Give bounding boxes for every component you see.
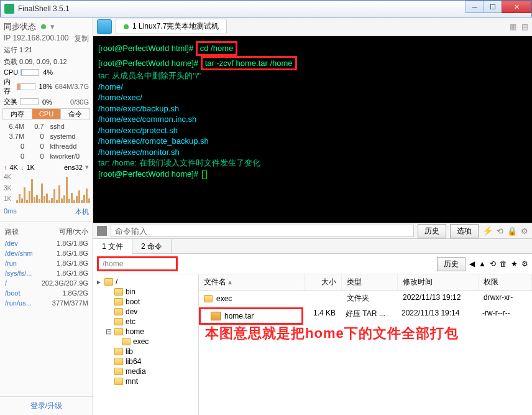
col-mtime[interactable]: 修改时间 <box>398 274 479 290</box>
folder-icon <box>204 295 213 302</box>
mem-bar <box>17 83 35 90</box>
cmd-cd: cd /home <box>200 44 233 53</box>
command-input-bar: 历史 选项 ⚡ ⟲ 🔒 ⚙ <box>93 223 532 239</box>
tree-item[interactable]: exec <box>133 337 149 346</box>
disk-path[interactable]: /run/us... <box>1 299 37 307</box>
host-label[interactable]: 本机 <box>75 207 89 217</box>
bookmark-icon[interactable]: ★ <box>511 259 518 268</box>
annotation-text: 本图意思就是把home下的文件全部打包 <box>205 324 459 343</box>
file-row[interactable]: home.tar 1.4 KB 好压 TAR ... 2022/11/13 19… <box>199 306 532 326</box>
path-bar: /home 历史 ◀ ▲ ⟲ 🗑 ★ ⚙ <box>93 254 532 274</box>
term-line: /home/exec/romote_backup.sh <box>98 136 527 147</box>
disk-path[interactable]: /sys/fs/... <box>1 269 37 277</box>
swap-value: 0/30G <box>70 98 89 106</box>
uptime: 运行 1:21 <box>0 44 93 56</box>
term-line: /home/exec/backup.sh <box>98 103 527 114</box>
down-rate: 1K <box>26 164 34 171</box>
disk-path[interactable]: /dev/shm <box>1 249 37 258</box>
terminal[interactable]: [root@PerfectWorld html]# cd /home [root… <box>93 36 532 223</box>
folder-icon <box>114 348 123 355</box>
term-line: tar: /home: 在我们读入文件时文件发生了变化 <box>98 157 527 169</box>
cpu-label: CPU <box>4 68 18 76</box>
folder-icon <box>114 298 123 305</box>
command-input[interactable] <box>111 225 414 237</box>
disk-path[interactable]: / <box>1 279 37 287</box>
proc-tabs: 内存 CPU 命令 <box>2 108 90 119</box>
bolt-icon[interactable]: ⚡ <box>482 226 493 236</box>
process-table: 6.4M0.7sshd 3.7M0systemd 00kthreadd 00kw… <box>0 121 93 162</box>
tree-item[interactable]: dev <box>126 307 137 316</box>
disk-path[interactable]: /run <box>1 259 37 268</box>
back-icon[interactable]: ◀ <box>469 259 475 268</box>
disk-size: 377M/377M <box>38 299 92 307</box>
trash-icon[interactable]: 🗑 <box>500 259 507 268</box>
tree-item[interactable]: bin <box>126 287 135 296</box>
disk-path[interactable]: /dev <box>1 239 37 248</box>
connection-label: 1 Linux7.7完美本地测试机 <box>132 21 219 32</box>
connection-tab[interactable]: 1 Linux7.7完美本地测试机 <box>116 19 227 34</box>
tab-commands[interactable]: 2 命令 <box>132 239 172 253</box>
maximize-button[interactable]: ☐ <box>484 1 502 13</box>
tree-item[interactable]: boot <box>126 297 140 306</box>
sync-icon[interactable]: ⟲ <box>497 226 503 236</box>
term-line: /home/exec/ <box>98 92 527 103</box>
load-avg: 负载 0.09, 0.09, 0.12 <box>0 56 93 68</box>
col-size[interactable]: 大小 <box>305 274 342 290</box>
tab-cmd[interactable]: 命令 <box>61 109 89 119</box>
grid-icon[interactable]: ▦ <box>510 22 516 31</box>
copy-ip-button[interactable]: 复制 <box>74 34 89 44</box>
gear-icon[interactable]: ⚙ <box>521 226 528 236</box>
list-icon[interactable]: ▤ <box>521 22 528 31</box>
mem-pct: 18% <box>39 83 53 90</box>
sidebar: 同步状态 ▾ IP 192.168.200.100 复制 运行 1:21 负载 … <box>0 17 93 415</box>
cmd-tar: tar -zcvf home.tar /home <box>205 58 293 68</box>
tab-cpu[interactable]: CPU <box>32 109 62 119</box>
tab-mem[interactable]: 内存 <box>3 109 32 119</box>
app-icon <box>4 4 14 14</box>
disk-path[interactable]: /boot <box>1 289 37 297</box>
tree-item[interactable]: home <box>126 327 144 336</box>
term-line: /home/exec/monitor.sh <box>98 147 527 158</box>
history-button[interactable]: 历史 <box>418 224 446 238</box>
path-history-button[interactable]: 历史 <box>437 257 466 271</box>
swap-label: 交换 <box>4 97 17 106</box>
folder-tree[interactable]: ▸/ binbootdevetc⊟homeexecliblib64mediamn… <box>93 274 199 415</box>
tree-item[interactable]: mnt <box>126 377 138 386</box>
file-row[interactable]: exec 文件夹 2022/11/13 19:12 drwxr-xr- <box>199 291 532 306</box>
connection-tabs: 1 Linux7.7完美本地测试机 ▦ ▤ <box>93 17 532 36</box>
tree-item[interactable]: media <box>126 367 146 376</box>
tree-item[interactable]: etc <box>126 317 135 326</box>
tree-item[interactable]: lib <box>126 347 133 356</box>
disk-table: 路径可用/大小 /dev1.8G/1.8G/dev/shm1.8G/1.8G/r… <box>0 225 93 309</box>
term-line: /home/exec/common.inc.sh <box>98 114 527 125</box>
titlebar: FinalShell 3.5.1 ─ ☐ ✕ <box>0 0 532 17</box>
folder-icon <box>114 328 123 335</box>
settings-icon[interactable]: ⚙ <box>521 259 528 268</box>
options-button[interactable]: 选项 <box>450 224 479 238</box>
refresh-icon[interactable]: ⟲ <box>490 259 496 268</box>
login-upgrade-button[interactable]: 登录/升级 <box>0 396 93 415</box>
swap-bar <box>20 98 39 105</box>
network-chart <box>16 174 90 203</box>
archive-icon <box>211 312 221 320</box>
up-icon[interactable]: ▲ <box>479 259 486 268</box>
cpu-bar <box>21 69 39 76</box>
cpu-pct: 4% <box>43 68 53 76</box>
folder-icon <box>104 278 113 286</box>
prompt-1: [root@PerfectWorld html]# <box>98 44 193 53</box>
tree-item[interactable]: lib64 <box>126 357 141 366</box>
tree-root[interactable]: / <box>116 277 117 286</box>
col-type[interactable]: 类型 <box>342 274 398 290</box>
tab-files[interactable]: 1 文件 <box>93 239 132 254</box>
path-input[interactable]: /home <box>97 256 178 271</box>
folder-icon <box>114 358 123 365</box>
close-button[interactable]: ✕ <box>502 1 531 13</box>
col-perm[interactable]: 权限 <box>479 274 532 290</box>
keypad-icon[interactable] <box>97 226 107 236</box>
minimize-button[interactable]: ─ <box>466 1 484 13</box>
lock-icon[interactable]: 🔒 <box>507 226 517 236</box>
down-arrow-icon: ↓ <box>21 164 24 171</box>
folder-icon[interactable] <box>97 19 112 34</box>
disk-size: 202.3G/207.9G <box>38 279 92 287</box>
col-name[interactable]: 文件名 ▴ <box>199 274 305 290</box>
